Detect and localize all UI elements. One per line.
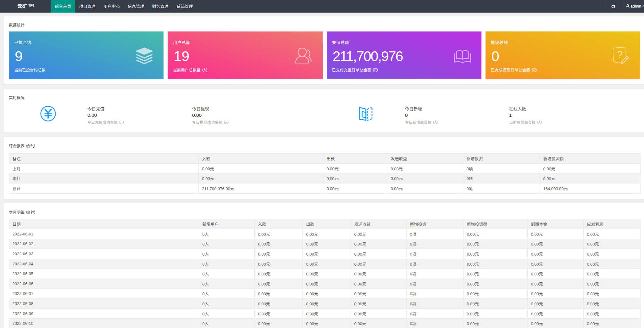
svg-text:?: ?: [617, 49, 623, 60]
